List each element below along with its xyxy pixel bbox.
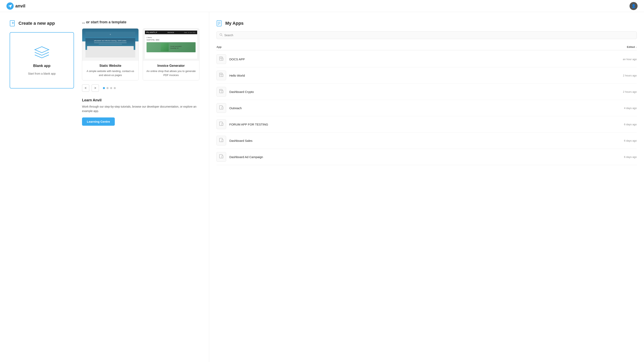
svg-rect-13 [220,58,222,58]
invoice-template-name: Invoice Generator [146,64,196,68]
my-apps-section-header: My Apps [216,20,637,27]
svg-rect-21 [222,74,223,77]
logo[interactable]: anvil [6,3,25,10]
app-edited-dashboard-crypto: 2 hours ago [623,90,637,93]
layers-icon [34,46,50,60]
template-area: ... or start from a template ≡ affordabl… [82,20,200,126]
create-area: Create a new app Blank app Start from a … [10,20,74,89]
invoice-template-desc: An online shop that allows you to genera… [146,69,196,77]
app-thumb-dashboard-ad [216,152,226,162]
invoice-label: INVOICE [168,32,174,33]
app-thumb-icon-outreach [219,105,224,111]
carousel-dot-1[interactable] [103,87,105,89]
app-edited-docs: an hour ago [623,58,637,61]
carousel-next-button[interactable]: > [92,85,99,92]
invoice-logo: PLANTLY [146,31,158,33]
static-bar1 [94,43,127,43]
app-item-dashboard-ad[interactable]: Dashboard Ad Campaign 6 days ago [216,149,637,165]
svg-rect-29 [222,123,223,126]
svg-rect-27 [222,107,223,109]
header: anvil 👤 [0,0,644,12]
app-item-dashboard-crypto[interactable]: Dashboard Crypto 2 hours ago [216,84,637,100]
carousel-dots [103,87,116,89]
learning-centre-button[interactable]: Learning Centre [82,117,115,126]
app-thumb-icon-docs [219,56,224,62]
search-icon [220,33,223,37]
static-template-name: Static Website [86,64,135,68]
col-edited-header: Edited ↓ [627,46,637,49]
avatar-icon: 👤 [631,4,636,8]
carousel-dot-3[interactable] [110,87,112,89]
app-thumb-dashboard-sales [216,136,226,145]
logo-icon [6,3,14,10]
search-input[interactable] [224,34,634,37]
left-panel: Create a new app Blank app Start from a … [0,12,209,362]
app-thumb-hello-world [216,71,226,80]
app-name-dashboard-crypto: Dashboard Crypto [229,90,620,94]
create-section-header: Create a new app [10,20,74,27]
svg-rect-15 [222,58,223,60]
learn-description: Work through our step-by-step tutorials,… [82,104,200,113]
app-item-docs[interactable]: DOCS APP an hour ago [216,51,637,67]
create-icon [10,20,16,27]
carousel-dot-4[interactable] [114,87,116,89]
app-thumb-icon-dashboard-ad [219,154,224,160]
app-item-dashboard-sales[interactable]: Dashboard Sales 6 days ago [216,133,637,149]
app-item-forum[interactable]: FORUM APP FOR TESTING 6 days ago [216,116,637,133]
app-thumb-docs [216,54,226,64]
template-card-static[interactable]: ≡ affordable and effective tutoring. 100… [82,28,139,81]
svg-rect-25 [222,91,223,93]
invoice-subtotal: SUBTOTAL: $580 [146,39,196,41]
svg-rect-23 [220,90,222,90]
blank-app-card[interactable]: Blank app Start from a blank app [10,32,74,89]
static-preview-text: affordable and effective tutoring. 100% … [94,40,127,42]
my-apps-icon [216,20,223,27]
app-edited-dashboard-ad: 6 days ago [624,155,637,158]
create-section-title: Create a new app [18,21,55,26]
invoice-product-thumb: Small succulent Quantity 10 [146,42,196,52]
col-app-header: App [216,46,222,49]
learn-title: Learn Anvil [82,98,200,102]
templates-grid: ≡ affordable and effective tutoring. 100… [82,28,200,81]
app-name-docs: DOCS APP [229,58,620,61]
app-list: DOCS APP an hour ago Hello World 2 hours… [216,51,637,165]
app-item-hello-world[interactable]: Hello World 2 hours ago [216,67,637,84]
svg-rect-20 [220,75,221,75]
svg-marker-4 [35,47,49,53]
search-box[interactable] [216,31,637,39]
invoice-header-bar: PLANTLY INVOICE Date: 14 Jan 2021 [145,31,197,34]
static-content-area [87,46,134,56]
carousel-prev-button[interactable]: < [82,85,89,92]
static-bar2 [99,44,122,45]
my-apps-title: My Apps [225,21,244,26]
left-content: Create a new app Blank app Start from a … [10,20,200,126]
static-template-desc: A simple website with landing, contact-u… [86,69,135,77]
svg-rect-12 [220,58,222,58]
main-layout: Create a new app Blank app Start from a … [0,12,644,362]
sort-arrow[interactable]: ↓ [636,46,637,48]
svg-rect-33 [222,156,223,158]
blank-app-description: Start from a blank app [28,72,56,75]
static-hero: affordable and effective tutoring. 100% … [86,38,135,58]
avatar-button[interactable]: 👤 [630,2,638,10]
app-edited-outreach: 4 days ago [624,107,637,110]
carousel-nav: < > [82,85,200,92]
app-thumb-icon-dashboard-sales [219,138,224,144]
static-website-preview: ≡ affordable and effective tutoring. 100… [82,29,138,61]
svg-rect-1 [10,21,14,26]
svg-rect-19 [220,74,222,75]
template-card-invoice[interactable]: PLANTLY INVOICE Date: 14 Jan 2021 2 Item… [143,28,200,81]
app-name-dashboard-ad: Dashboard Ad Campaign [229,155,621,159]
app-thumb-icon-hello-world [219,73,224,79]
app-thumb-dashboard-crypto [216,87,226,97]
invoice-items-count: 2 Items [146,37,196,39]
svg-line-10 [222,35,222,36]
carousel-dot-2[interactable] [106,87,108,89]
right-panel: My Apps App Edited ↓ [209,12,644,362]
invoice-items: 2 Items SUBTOTAL: $580 Small su [145,35,197,59]
app-thumb-icon-forum [219,122,224,127]
static-template-body: Static Website A simple website with lan… [82,61,138,80]
learn-section: Learn Anvil Work through our step-by-ste… [82,98,200,126]
app-item-outreach[interactable]: Outreach 4 days ago [216,100,637,116]
app-name-outreach: Outreach [229,106,621,110]
